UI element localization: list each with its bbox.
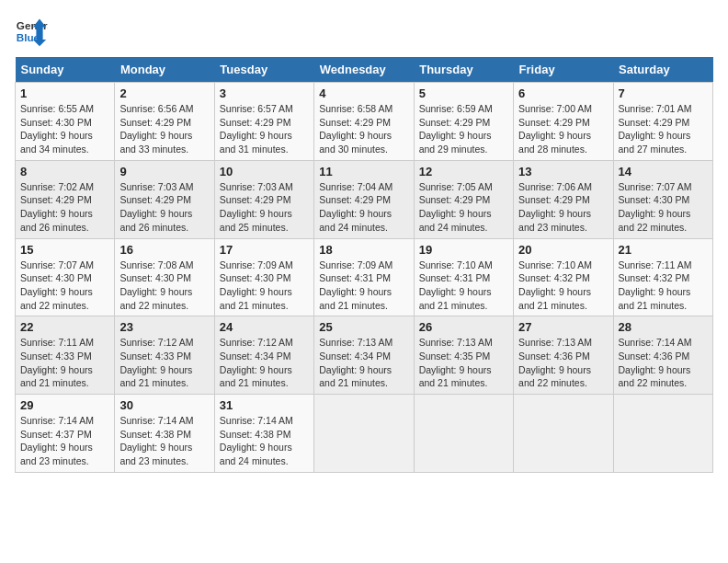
sunset: Sunset: 4:31 PM [419, 272, 491, 283]
daylight: Daylight: 9 hours and 22 minutes. [619, 208, 691, 233]
sunset: Sunset: 4:29 PM [319, 117, 391, 128]
day-info: Sunrise: 7:10 AM Sunset: 4:32 PM Dayligh… [518, 259, 608, 313]
daylight: Daylight: 9 hours and 21 minutes. [220, 364, 292, 389]
calendar-cell: 10 Sunrise: 7:03 AM Sunset: 4:29 PM Dayl… [214, 160, 313, 238]
sunset: Sunset: 4:29 PM [518, 194, 590, 205]
day-info: Sunrise: 7:09 AM Sunset: 4:31 PM Dayligh… [319, 259, 408, 313]
day-info: Sunrise: 7:14 AM Sunset: 4:38 PM Dayligh… [119, 414, 209, 468]
day-info: Sunrise: 7:09 AM Sunset: 4:30 PM Dayligh… [220, 259, 309, 313]
day-info: Sunrise: 7:13 AM Sunset: 4:36 PM Dayligh… [518, 336, 608, 390]
weekday-header-monday: Monday [115, 57, 214, 83]
sunrise: Sunrise: 7:09 AM [319, 259, 392, 270]
day-number: 5 [419, 86, 508, 100]
sunrise: Sunrise: 7:06 AM [518, 181, 592, 192]
sunset: Sunset: 4:30 PM [20, 272, 92, 283]
day-info: Sunrise: 7:10 AM Sunset: 4:31 PM Dayligh… [419, 259, 508, 313]
sunset: Sunset: 4:29 PM [319, 194, 391, 205]
daylight: Daylight: 9 hours and 30 minutes. [319, 130, 392, 155]
calendar-cell: 18 Sunrise: 7:09 AM Sunset: 4:31 PM Dayl… [314, 238, 414, 316]
sunrise: Sunrise: 7:05 AM [419, 181, 493, 192]
sunset: Sunset: 4:32 PM [518, 272, 590, 283]
day-number: 14 [619, 165, 708, 178]
calendar-week-3: 15 Sunrise: 7:07 AM Sunset: 4:30 PM Dayl… [16, 238, 713, 316]
sunset: Sunset: 4:32 PM [619, 272, 690, 283]
logo-icon: General Blue [15, 15, 48, 48]
calendar-week-5: 29 Sunrise: 7:14 AM Sunset: 4:37 PM Dayl… [16, 395, 713, 473]
sunset: Sunset: 4:34 PM [319, 350, 391, 362]
calendar-cell [414, 395, 513, 473]
day-info: Sunrise: 7:12 AM Sunset: 4:34 PM Dayligh… [220, 336, 309, 390]
calendar-table: SundayMondayTuesdayWednesdayThursdayFrid… [15, 57, 713, 473]
calendar-cell: 28 Sunrise: 7:14 AM Sunset: 4:36 PM Dayl… [613, 316, 712, 395]
day-info: Sunrise: 7:14 AM Sunset: 4:38 PM Dayligh… [220, 414, 309, 468]
day-number: 1 [20, 86, 109, 100]
sunrise: Sunrise: 6:59 AM [419, 103, 493, 114]
day-info: Sunrise: 6:57 AM Sunset: 4:29 PM Dayligh… [220, 102, 309, 156]
daylight: Daylight: 9 hours and 23 minutes. [119, 442, 192, 466]
day-number: 28 [619, 320, 708, 334]
sunset: Sunset: 4:36 PM [518, 350, 590, 362]
sunset: Sunset: 4:29 PM [220, 117, 291, 128]
calendar-cell: 15 Sunrise: 7:07 AM Sunset: 4:30 PM Dayl… [16, 238, 115, 316]
day-number: 31 [220, 398, 309, 412]
calendar-cell: 30 Sunrise: 7:14 AM Sunset: 4:38 PM Dayl… [115, 395, 214, 473]
day-info: Sunrise: 7:07 AM Sunset: 4:30 PM Dayligh… [619, 180, 708, 235]
daylight: Daylight: 9 hours and 21 minutes. [419, 286, 492, 311]
calendar-week-4: 22 Sunrise: 7:11 AM Sunset: 4:33 PM Dayl… [16, 316, 713, 395]
day-number: 18 [319, 243, 408, 257]
day-number: 25 [319, 320, 408, 334]
calendar-cell [514, 395, 613, 473]
day-info: Sunrise: 6:56 AM Sunset: 4:29 PM Dayligh… [119, 102, 209, 156]
day-number: 22 [20, 320, 109, 334]
day-number: 16 [119, 243, 209, 257]
sunset: Sunset: 4:30 PM [119, 272, 191, 283]
calendar-cell: 23 Sunrise: 7:12 AM Sunset: 4:33 PM Dayl… [115, 316, 214, 395]
sunrise: Sunrise: 7:00 AM [518, 103, 592, 114]
day-number: 30 [119, 398, 209, 412]
calendar-week-2: 8 Sunrise: 7:02 AM Sunset: 4:29 PM Dayli… [16, 160, 713, 238]
sunrise: Sunrise: 7:14 AM [20, 415, 94, 426]
daylight: Daylight: 9 hours and 21 minutes. [220, 286, 292, 311]
calendar-cell: 20 Sunrise: 7:10 AM Sunset: 4:32 PM Dayl… [514, 238, 613, 316]
sunrise: Sunrise: 7:13 AM [319, 337, 392, 348]
daylight: Daylight: 9 hours and 21 minutes. [319, 364, 392, 389]
sunrise: Sunrise: 7:14 AM [220, 415, 293, 426]
sunset: Sunset: 4:29 PM [419, 194, 491, 205]
day-number: 17 [220, 243, 309, 257]
day-number: 26 [419, 320, 508, 334]
sunset: Sunset: 4:29 PM [518, 117, 590, 128]
day-info: Sunrise: 7:05 AM Sunset: 4:29 PM Dayligh… [419, 180, 508, 235]
day-number: 29 [20, 398, 109, 412]
day-info: Sunrise: 6:55 AM Sunset: 4:30 PM Dayligh… [20, 102, 109, 156]
sunset: Sunset: 4:30 PM [220, 272, 291, 283]
calendar-cell: 13 Sunrise: 7:06 AM Sunset: 4:29 PM Dayl… [514, 160, 613, 238]
sunset: Sunset: 4:29 PM [20, 194, 92, 205]
day-info: Sunrise: 6:59 AM Sunset: 4:29 PM Dayligh… [419, 102, 508, 156]
calendar-cell: 1 Sunrise: 6:55 AM Sunset: 4:30 PM Dayli… [16, 83, 115, 161]
day-number: 4 [319, 86, 408, 100]
daylight: Daylight: 9 hours and 22 minutes. [20, 286, 93, 311]
sunrise: Sunrise: 7:12 AM [119, 337, 193, 348]
daylight: Daylight: 9 hours and 33 minutes. [119, 130, 192, 155]
calendar-cell: 8 Sunrise: 7:02 AM Sunset: 4:29 PM Dayli… [16, 160, 115, 238]
sunrise: Sunrise: 7:02 AM [20, 181, 94, 192]
sunrise: Sunrise: 7:11 AM [619, 259, 692, 270]
calendar-cell: 29 Sunrise: 7:14 AM Sunset: 4:37 PM Dayl… [16, 395, 115, 473]
day-info: Sunrise: 6:58 AM Sunset: 4:29 PM Dayligh… [319, 102, 408, 156]
daylight: Daylight: 9 hours and 29 minutes. [419, 130, 492, 155]
sunrise: Sunrise: 7:03 AM [220, 181, 293, 192]
calendar-cell: 12 Sunrise: 7:05 AM Sunset: 4:29 PM Dayl… [414, 160, 513, 238]
day-number: 8 [20, 165, 109, 178]
day-number: 15 [20, 243, 109, 257]
sunrise: Sunrise: 7:01 AM [619, 103, 692, 114]
sunrise: Sunrise: 7:04 AM [319, 181, 392, 192]
day-info: Sunrise: 7:12 AM Sunset: 4:33 PM Dayligh… [119, 336, 209, 390]
calendar-cell: 22 Sunrise: 7:11 AM Sunset: 4:33 PM Dayl… [16, 316, 115, 395]
day-number: 27 [518, 320, 608, 334]
day-info: Sunrise: 7:11 AM Sunset: 4:33 PM Dayligh… [20, 336, 109, 390]
day-info: Sunrise: 7:13 AM Sunset: 4:34 PM Dayligh… [319, 336, 408, 390]
calendar-cell: 17 Sunrise: 7:09 AM Sunset: 4:30 PM Dayl… [214, 238, 313, 316]
sunset: Sunset: 4:29 PM [220, 194, 291, 205]
day-info: Sunrise: 7:14 AM Sunset: 4:36 PM Dayligh… [619, 336, 708, 390]
weekday-header-saturday: Saturday [613, 57, 712, 83]
